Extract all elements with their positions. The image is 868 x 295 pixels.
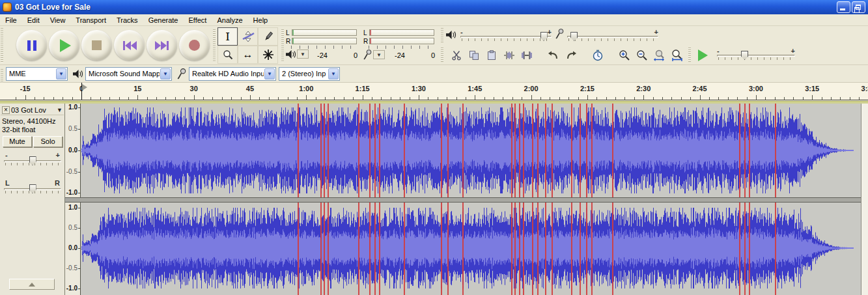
minimize-button[interactable]	[837, 1, 850, 13]
cut-button[interactable]	[447, 47, 465, 64]
vertical-ruler-left-channel[interactable]: 1.0 0.5 0.0 -0.5 -1.0	[65, 104, 81, 197]
timeline-label: 15	[133, 85, 141, 92]
track-menu-dropdown[interactable]: ▼	[57, 107, 64, 113]
mute-button[interactable]: Mute	[3, 136, 32, 147]
recording-device-select[interactable]: Realtek HD Audio Input ▼	[189, 67, 276, 81]
menu-generate[interactable]: Generate	[143, 15, 184, 25]
silence-selection-button[interactable]	[518, 47, 535, 64]
paste-button[interactable]	[483, 47, 500, 64]
input-volume-slider[interactable]: - +	[567, 29, 658, 42]
audio-host-select[interactable]: MME ▼	[6, 67, 68, 81]
record-button[interactable]	[179, 30, 210, 61]
playback-meter-left-label: L	[286, 29, 292, 36]
recording-meter[interactable]: L R ▼ -24 0	[363, 29, 438, 63]
solo-button[interactable]: Solo	[33, 136, 63, 147]
playback-meter[interactable]: L R ▼ -24 0	[286, 29, 361, 63]
restore-button[interactable]	[852, 1, 865, 13]
title-bar[interactable]: 03 Got Love for Sale	[0, 0, 868, 14]
playback-meter-right-label: R	[286, 38, 292, 45]
collapse-up-icon	[29, 283, 35, 287]
track-pan-slider[interactable]: L R	[4, 179, 61, 199]
redo-button[interactable]	[562, 47, 580, 64]
zoom-in-button[interactable]	[615, 47, 633, 64]
toolbar-grip[interactable]	[1, 69, 3, 82]
toolbar-grip[interactable]	[1, 28, 3, 63]
time-shift-tool-button[interactable]: ↔	[238, 46, 258, 64]
fit-project-button[interactable]	[668, 47, 686, 64]
speaker-icon	[446, 31, 456, 39]
timeline-label: 30	[190, 85, 198, 92]
toolbar-grip[interactable]	[441, 28, 443, 42]
timeline-tick	[643, 95, 644, 100]
play-at-speed-button[interactable]	[693, 47, 710, 64]
app-icon	[3, 3, 12, 12]
timeline-tick	[72, 97, 73, 100]
vertical-ruler-right-channel[interactable]: 1.0 0.5 0.0 -0.5 -1.0	[65, 203, 81, 295]
track-collapse-button[interactable]	[9, 279, 55, 290]
menu-file[interactable]: File	[0, 15, 22, 25]
zoom-out-button[interactable]	[633, 47, 651, 64]
skip-to-end-button[interactable]	[147, 30, 177, 61]
vertical-scrollbar[interactable]	[861, 104, 868, 295]
timeline-tick	[803, 97, 804, 100]
selection-tool-icon: I	[225, 31, 230, 42]
track-control-panel[interactable]: × 03 Got Lov ▼ Stereo, 44100Hz 32-bit fl…	[0, 104, 65, 295]
draw-tool-button[interactable]	[258, 27, 278, 46]
menu-transport[interactable]: Transport	[70, 15, 111, 25]
play-button[interactable]	[49, 30, 79, 61]
device-toolbar: MME ▼ Microsoft Sound Mapper ▼ Realtek H…	[0, 65, 868, 83]
timeline-tick	[540, 97, 541, 100]
output-volume-slider[interactable]: - +	[460, 29, 552, 42]
toolbar-grip[interactable]	[281, 29, 284, 62]
toolbar-grip[interactable]	[441, 48, 443, 62]
timeline-tick	[119, 97, 120, 100]
menu-effect[interactable]: Effect	[184, 15, 212, 25]
zoom-tool-button[interactable]	[217, 46, 238, 64]
menu-help[interactable]: Help	[248, 15, 273, 25]
selection-tool-button[interactable]: I	[217, 27, 238, 46]
timeline-tick	[203, 97, 204, 100]
sync-lock-tracks-button[interactable]	[589, 47, 606, 64]
undo-button[interactable]	[544, 47, 562, 64]
multi-tool-button[interactable]	[258, 46, 278, 64]
timeline-tick	[756, 95, 757, 100]
trim-outside-selection-button[interactable]	[500, 47, 518, 64]
envelope-tool-button[interactable]	[238, 27, 258, 46]
timeline-tick	[100, 97, 101, 100]
timeline-tick	[765, 97, 766, 100]
timeline-ruler[interactable]: -1501530451:001:151:301:452:002:152:302:…	[0, 83, 868, 100]
copy-button[interactable]	[465, 47, 483, 64]
track-name[interactable]: 03 Got Lov	[11, 106, 57, 114]
track-close-button[interactable]: ×	[2, 106, 10, 114]
timeline-tick	[671, 97, 672, 100]
menu-edit[interactable]: Edit	[22, 15, 45, 25]
timeline-tick	[466, 97, 466, 100]
toolbar-grip[interactable]	[213, 29, 216, 62]
chevron-down-icon: ▼	[56, 68, 66, 79]
menu-view[interactable]: View	[45, 15, 71, 25]
pan-right-label: R	[55, 179, 60, 187]
stop-button[interactable]	[81, 30, 112, 61]
waveform-left-channel[interactable]	[81, 104, 861, 197]
pause-icon	[27, 40, 36, 51]
timeline-tick	[587, 95, 588, 100]
timeline-tick	[419, 95, 419, 100]
playback-device-select[interactable]: Microsoft Sound Mapper ▼	[85, 67, 172, 81]
waveform-right-channel[interactable]	[81, 203, 861, 295]
skip-to-start-button[interactable]	[114, 30, 145, 61]
time-shift-tool-icon: ↔	[243, 49, 253, 61]
menu-analyze[interactable]: Analyze	[212, 15, 247, 25]
timeline-tick	[222, 97, 223, 100]
track-gain-slider[interactable]: - +	[4, 151, 61, 171]
stop-icon	[92, 40, 102, 50]
menu-tracks[interactable]: Tracks	[111, 15, 143, 25]
timeline-tick	[522, 97, 522, 100]
playback-speed-slider[interactable]: - +	[717, 48, 795, 61]
recording-channels-select[interactable]: 2 (Stereo) Inp ▼	[279, 67, 340, 81]
envelope-tool-icon	[242, 31, 255, 42]
timeline-tick	[634, 97, 635, 100]
pause-button[interactable]	[16, 30, 47, 61]
toolbar-grip[interactable]	[688, 48, 691, 62]
fit-selection-button[interactable]	[651, 47, 668, 64]
track-area: × 03 Got Lov ▼ Stereo, 44100Hz 32-bit fl…	[0, 104, 868, 295]
